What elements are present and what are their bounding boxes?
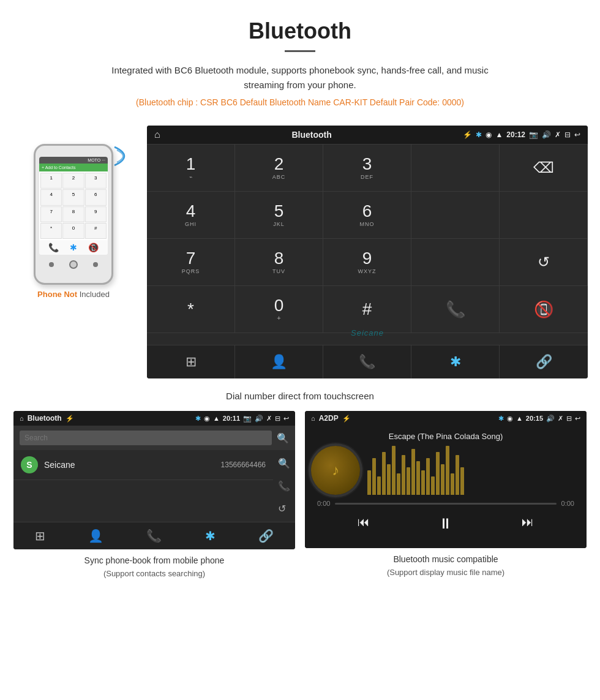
dial-backspace[interactable]: ⌫ bbox=[500, 145, 588, 192]
music-caption: Bluetooth music compatible (Support disp… bbox=[305, 553, 587, 579]
pb-bottom-contacts-icon[interactable]: 👤 bbox=[88, 529, 103, 543]
phone-key-4[interactable]: 4 bbox=[40, 189, 62, 205]
phone-not-included-label: Phone Not Included bbox=[37, 290, 110, 299]
subtitle-text: Integrated with BC6 Bluetooth module, su… bbox=[92, 63, 508, 92]
music-content: ♪ bbox=[311, 446, 580, 495]
music-next-button[interactable]: ⏭ bbox=[522, 515, 534, 532]
pb-camera-icon[interactable]: 📷 bbox=[243, 415, 252, 423]
phone-key-1[interactable]: 1 bbox=[40, 173, 62, 189]
pb-bottom-dialpad-icon[interactable]: ⊞ bbox=[35, 529, 45, 543]
phone-call-icon[interactable]: 📞 bbox=[48, 243, 59, 252]
pb-close-icon[interactable]: ✗ bbox=[266, 415, 272, 423]
usb-icon: ⚡ bbox=[463, 130, 472, 139]
close-icon[interactable]: ✗ bbox=[555, 130, 561, 139]
dial-key-9[interactable]: 9WXYZ bbox=[323, 239, 411, 286]
dial-key-1[interactable]: 1⌁ bbox=[147, 145, 235, 192]
pb-home-icon[interactable]: ⌂ bbox=[20, 415, 24, 422]
pb-back-icon[interactable]: ↩ bbox=[283, 415, 289, 423]
music-vol-icon[interactable]: 🔊 bbox=[546, 415, 555, 423]
music-usb-icon: ⚡ bbox=[342, 415, 351, 423]
car-statusbar: ⌂ Bluetooth ⚡ ✱ ◉ ▲ 20:12 📷 🔊 ✗ ⊟ ↩ bbox=[147, 126, 588, 144]
dial-empty-2 bbox=[411, 192, 500, 239]
car-bottom-link[interactable]: 🔗 bbox=[500, 345, 588, 378]
pb-search-input[interactable] bbox=[20, 431, 272, 445]
car-screen-title: Bluetooth bbox=[291, 130, 331, 140]
pb-min-icon[interactable]: ⊟ bbox=[275, 415, 280, 423]
car-bottom-contacts[interactable]: 👤 bbox=[235, 345, 323, 378]
pb-vol-icon[interactable]: 🔊 bbox=[255, 415, 263, 423]
phone-hangup-icon[interactable]: 📵 bbox=[88, 243, 99, 252]
dial-hangup-button[interactable]: 📵 bbox=[500, 286, 588, 333]
dial-key-4[interactable]: 4GHI bbox=[147, 192, 235, 239]
music-time-total: 0:00 bbox=[561, 500, 574, 508]
phone-key-9[interactable]: 9 bbox=[85, 206, 107, 222]
phone-key-3[interactable]: 3 bbox=[85, 173, 107, 189]
volume-icon[interactable]: 🔊 bbox=[542, 130, 551, 139]
dial-empty-4 bbox=[411, 239, 500, 286]
phone-key-5[interactable]: 5 bbox=[62, 189, 84, 205]
music-min-icon[interactable]: ⊟ bbox=[566, 415, 572, 423]
pb-side-icons: 🔍 📞 ↺ bbox=[273, 450, 295, 522]
phone-key-8[interactable]: 8 bbox=[62, 206, 84, 222]
dial-empty-3 bbox=[500, 192, 588, 239]
pb-bottom-link-icon[interactable]: 🔗 bbox=[258, 529, 274, 543]
phonebook-caption-text: Sync phone-book from mobile phone bbox=[84, 555, 225, 565]
home-icon[interactable]: ⌂ bbox=[154, 129, 160, 140]
dial-key-0[interactable]: 0+ bbox=[235, 286, 323, 333]
car-bottom-dialpad[interactable]: ⊞ bbox=[147, 345, 235, 378]
music-home-icon[interactable]: ⌂ bbox=[311, 415, 315, 422]
phonebook-screenshot: ⌂ Bluetooth ⚡ ✱ ◉ ▲ 20:11 📷 🔊 ✗ ⊟ ↩ bbox=[13, 411, 295, 580]
pb-search-icon[interactable]: 🔍 bbox=[277, 432, 289, 444]
music-back-icon[interactable]: ↩ bbox=[575, 415, 580, 423]
pb-loc-icon: ◉ bbox=[204, 415, 210, 423]
phone-dot-right bbox=[93, 262, 98, 267]
pb-contact-row[interactable]: S Seicane 13566664466 bbox=[13, 450, 273, 480]
music-screen: ⌂ A2DP ⚡ ✱ ◉ ▲ 20:15 🔊 ✗ ⊟ ↩ Escape (The… bbox=[305, 411, 587, 548]
music-close-icon[interactable]: ✗ bbox=[558, 415, 563, 423]
car-bottom-phone[interactable]: 📞 bbox=[323, 345, 411, 378]
pb-side-refresh-icon[interactable]: ↺ bbox=[273, 498, 295, 519]
minimize-icon[interactable]: ⊟ bbox=[564, 130, 571, 139]
phone-home-button[interactable] bbox=[69, 260, 78, 269]
phone-key-7[interactable]: 7 bbox=[40, 206, 62, 222]
phone-key-star[interactable]: * bbox=[40, 223, 62, 239]
wifi-icon: ▲ bbox=[495, 130, 503, 139]
dial-key-3[interactable]: 3DEF bbox=[323, 145, 411, 192]
music-play-pause-button[interactable]: ⏸ bbox=[438, 515, 453, 532]
dial-key-5[interactable]: 5JKL bbox=[235, 192, 323, 239]
dial-call-button[interactable]: 📞 bbox=[411, 286, 500, 333]
eq-bar bbox=[451, 473, 454, 495]
phone-dialpad: 1 2 3 4 5 6 7 8 9 * 0 # bbox=[39, 171, 108, 240]
dial-key-8[interactable]: 8TUV bbox=[235, 239, 323, 286]
back-icon[interactable]: ↩ bbox=[574, 130, 580, 139]
car-dialpad-screen: ⌂ Bluetooth ⚡ ✱ ◉ ▲ 20:12 📷 🔊 ✗ ⊟ ↩ bbox=[147, 126, 588, 378]
phone-key-hash[interactable]: # bbox=[85, 223, 107, 239]
bottom-screenshots: ⌂ Bluetooth ⚡ ✱ ◉ ▲ 20:11 📷 🔊 ✗ ⊟ ↩ bbox=[0, 411, 600, 592]
phone-screen: MOTO ··· + Add to Contacts 1 2 3 4 5 6 7… bbox=[39, 157, 108, 255]
pb-side-search-icon[interactable]: 🔍 bbox=[273, 453, 295, 474]
pb-bottom-phone-icon[interactable]: 📞 bbox=[146, 529, 162, 543]
dialpad-grid: 1⌁ 2ABC 3DEF ⌫ 4GHI bbox=[147, 144, 588, 333]
phone-key-0[interactable]: 0 bbox=[62, 223, 84, 239]
main-caption: Dial number direct from touchscreen bbox=[0, 391, 600, 401]
dial-key-6[interactable]: 6MNO bbox=[323, 192, 411, 239]
music-bt-icon: ✱ bbox=[498, 415, 504, 423]
eq-bar bbox=[446, 446, 449, 495]
dial-key-7[interactable]: 7PQRS bbox=[147, 239, 235, 286]
music-prev-button[interactable]: ⏮ bbox=[358, 515, 370, 532]
phone-key-2[interactable]: 2 bbox=[62, 173, 84, 189]
pb-bottom-bt-icon[interactable]: ✱ bbox=[205, 529, 216, 543]
phone-bt-icon[interactable]: ✱ bbox=[70, 243, 77, 252]
title-divider bbox=[285, 50, 315, 52]
pb-signal-icon: ▲ bbox=[213, 415, 220, 422]
pb-side-call-icon[interactable]: 📞 bbox=[273, 475, 295, 497]
dial-key-star[interactable]: * bbox=[147, 286, 235, 333]
camera-icon[interactable]: 📷 bbox=[529, 130, 538, 139]
eq-bar bbox=[456, 455, 459, 495]
music-time: 20:15 bbox=[526, 415, 543, 422]
car-bottom-bluetooth[interactable]: ✱ bbox=[411, 345, 500, 378]
dial-redial[interactable]: ↺ bbox=[500, 239, 588, 286]
phone-key-6[interactable]: 6 bbox=[85, 189, 107, 205]
dial-key-2[interactable]: 2ABC bbox=[235, 145, 323, 192]
dial-key-hash[interactable]: # bbox=[323, 286, 411, 333]
